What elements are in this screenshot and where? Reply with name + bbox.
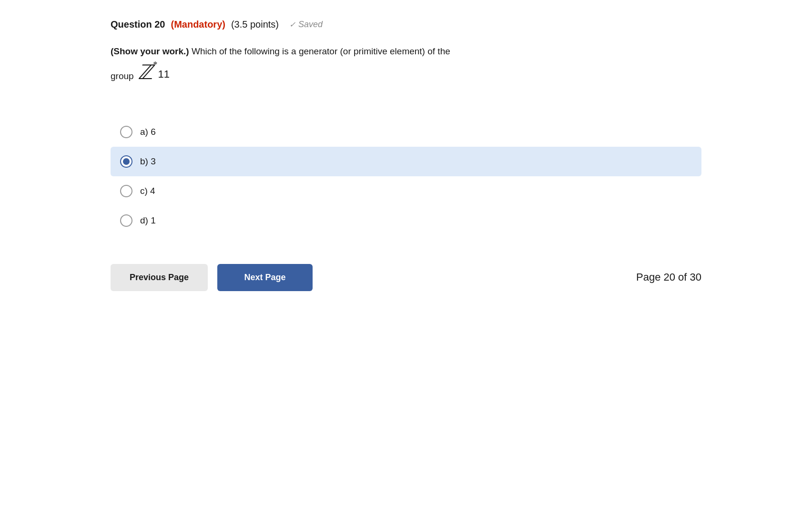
page-container: Question 20 (Mandatory) (3.5 points) ✓ S… — [72, 0, 740, 310]
option-c[interactable]: c) 4 — [111, 176, 701, 206]
question-body: (Show your work.) Which of the following… — [111, 44, 701, 84]
option-d[interactable]: d) 1 — [111, 206, 701, 235]
navigation-footer: Previous Page Next Page Page 20 of 30 — [111, 264, 701, 291]
radio-b-inner — [123, 158, 130, 165]
points-label: (3.5 points) — [231, 19, 279, 30]
option-c-label: c) 4 — [140, 186, 155, 196]
saved-indicator: ✓ Saved — [289, 20, 323, 30]
z-symbol: ℤ* — [138, 62, 152, 82]
mandatory-label: (Mandatory) — [171, 19, 225, 30]
question-number: Question 20 — [111, 19, 165, 30]
question-text-line1: (Show your work.) Which of the following… — [111, 44, 701, 59]
math-group: ℤ* 11 — [138, 62, 170, 82]
option-b[interactable]: b) 3 — [111, 147, 701, 176]
radio-a[interactable] — [120, 126, 132, 138]
z-star: * — [153, 61, 157, 69]
radio-b[interactable] — [120, 155, 132, 168]
question-text-part2: group — [111, 69, 134, 83]
checkmark-icon: ✓ — [289, 20, 295, 29]
radio-d[interactable] — [120, 214, 132, 227]
show-work-label: (Show your work.) — [111, 46, 189, 56]
z-subscript: 11 — [158, 66, 170, 82]
next-page-button[interactable]: Next Page — [217, 264, 313, 291]
options-container: a) 6 b) 3 c) 4 d) 1 — [111, 117, 701, 235]
previous-page-button[interactable]: Previous Page — [111, 264, 208, 291]
question-text-line2: group ℤ* 11 — [111, 62, 701, 83]
question-header: Question 20 (Mandatory) (3.5 points) ✓ S… — [111, 19, 701, 30]
option-a[interactable]: a) 6 — [111, 117, 701, 147]
option-b-label: b) 3 — [140, 156, 156, 167]
radio-c[interactable] — [120, 185, 132, 197]
saved-text: Saved — [298, 20, 323, 30]
question-text-part1: Which of the following is a generator (o… — [192, 46, 450, 56]
page-indicator: Page 20 of 30 — [636, 271, 701, 283]
option-d-label: d) 1 — [140, 215, 156, 226]
option-a-label: a) 6 — [140, 127, 156, 137]
